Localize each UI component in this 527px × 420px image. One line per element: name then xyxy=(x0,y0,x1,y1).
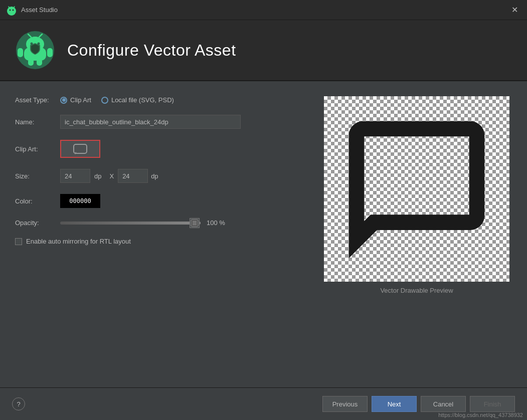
spacer xyxy=(0,294,527,387)
clip-art-radio[interactable] xyxy=(60,97,67,104)
page-title: Configure Vector Asset xyxy=(67,41,236,60)
opacity-slider-thumb[interactable] xyxy=(190,218,200,228)
name-row: Name: xyxy=(15,115,306,129)
preview-label: Vector Drawable Preview xyxy=(380,287,453,294)
opacity-row: Opacity: 100 % xyxy=(15,219,306,227)
size-controls: dp X dp xyxy=(60,169,306,183)
color-label: Color: xyxy=(15,197,60,205)
rtl-checkbox[interactable] xyxy=(15,238,22,245)
svg-rect-1 xyxy=(8,10,15,14)
clip-art-option[interactable]: Clip Art xyxy=(60,96,91,104)
android-logo-small xyxy=(6,5,17,16)
svg-rect-15 xyxy=(28,59,34,66)
checkbox-row: Enable auto mirroring for RTL layout xyxy=(15,238,306,245)
asset-type-row: Asset Type: Clip Art Local file (SVG, PS… xyxy=(15,96,306,104)
preview-icon xyxy=(336,109,497,269)
svg-rect-14 xyxy=(47,48,53,57)
close-button[interactable]: ✕ xyxy=(508,4,521,16)
help-button[interactable]: ? xyxy=(12,397,25,410)
name-controls xyxy=(60,115,306,129)
next-button[interactable]: Next xyxy=(372,396,417,412)
svg-rect-16 xyxy=(37,59,42,66)
name-label: Name: xyxy=(15,118,60,126)
header-section: Configure Vector Asset xyxy=(0,20,527,81)
previous-button[interactable]: Previous xyxy=(322,396,368,412)
color-controls: 000000 xyxy=(60,194,306,208)
watermark: https://blog.csdn.net/qq_43738932 xyxy=(438,412,523,418)
svg-rect-13 xyxy=(18,48,23,57)
slider-thumb-icon xyxy=(191,219,199,227)
size-row: Size: dp X dp xyxy=(15,169,306,183)
finish-button[interactable]: Finish xyxy=(470,396,515,412)
android-logo xyxy=(15,30,55,70)
title-bar: Asset Studio ✕ xyxy=(0,0,527,20)
clip-art-label: Clip Art xyxy=(70,96,91,104)
dp-label-1: dp xyxy=(94,172,101,180)
local-file-option[interactable]: Local file (SVG, PSD) xyxy=(101,96,174,104)
rtl-label: Enable auto mirroring for RTL layout xyxy=(26,238,131,245)
preview-area: Vector Drawable Preview xyxy=(321,96,512,294)
clip-art-row: Clip Art: xyxy=(15,140,306,158)
cancel-button[interactable]: Cancel xyxy=(421,396,466,412)
dp-label-2: dp xyxy=(151,172,158,180)
clip-art-field-label: Clip Art: xyxy=(15,145,60,153)
name-input[interactable] xyxy=(60,115,241,129)
clip-art-button[interactable] xyxy=(60,140,100,158)
form-left: Asset Type: Clip Art Local file (SVG, PS… xyxy=(15,96,306,294)
main-content: Configure Vector Asset Asset Type: Clip … xyxy=(0,20,527,420)
svg-point-3 xyxy=(13,9,14,11)
local-file-label: Local file (SVG, PSD) xyxy=(111,96,174,104)
local-file-radio[interactable] xyxy=(101,97,108,104)
size-label: Size: xyxy=(15,172,60,180)
color-button[interactable]: 000000 xyxy=(60,194,100,208)
asset-type-controls: Clip Art Local file (SVG, PSD) xyxy=(60,96,306,104)
svg-point-2 xyxy=(10,9,11,11)
window-title: Asset Studio xyxy=(21,6,508,14)
clip-art-controls xyxy=(60,140,306,158)
size-width-input[interactable] xyxy=(60,169,90,183)
clip-art-icon xyxy=(73,143,88,154)
x-label: X xyxy=(109,172,114,180)
size-height-input[interactable] xyxy=(118,169,148,183)
color-row: Color: 000000 xyxy=(15,194,306,208)
opacity-value: 100 % xyxy=(207,219,225,227)
opacity-slider-track[interactable] xyxy=(60,222,201,225)
form-section: Asset Type: Clip Art Local file (SVG, PS… xyxy=(0,81,527,294)
opacity-label: Opacity: xyxy=(15,219,60,227)
asset-type-label: Asset Type: xyxy=(15,96,60,104)
opacity-controls: 100 % xyxy=(60,219,306,227)
preview-box xyxy=(324,96,509,282)
